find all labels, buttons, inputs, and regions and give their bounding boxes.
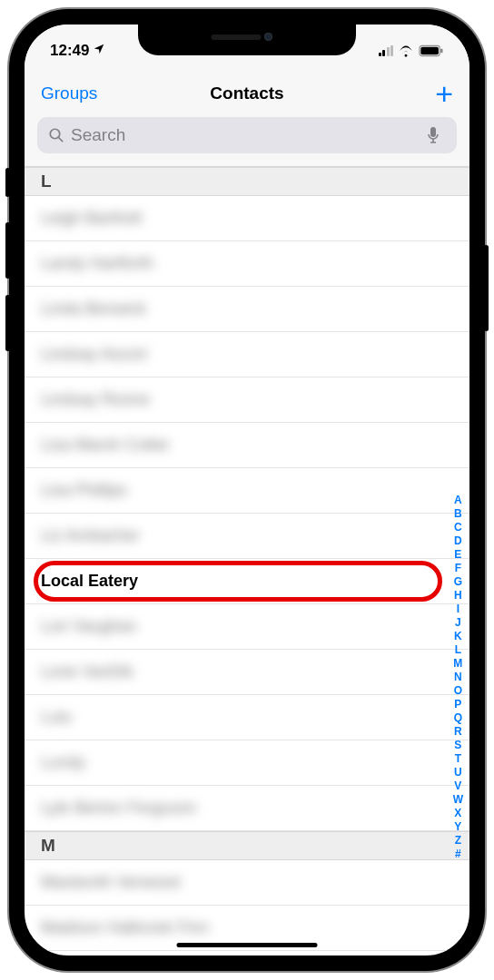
home-indicator[interactable] [177, 943, 318, 947]
contact-row[interactable]: Lyle Berton Ferguson [25, 786, 469, 831]
index-letter[interactable]: W [450, 793, 467, 807]
index-letter[interactable]: P [450, 698, 465, 711]
contact-row[interactable]: Linda Benwick [25, 287, 469, 332]
contact-name: Lundy [41, 753, 85, 772]
contact-row[interactable]: Lindsay Ascort [25, 332, 469, 377]
contact-row[interactable]: Lisa Phillips [25, 468, 469, 514]
contact-name: Lyle Berton Ferguson [41, 799, 196, 818]
contact-row[interactable]: Lori Vaughan [25, 604, 469, 650]
wifi-icon [398, 44, 414, 57]
index-letter[interactable]: # [451, 848, 465, 861]
index-letter[interactable]: U [450, 766, 466, 779]
power-button[interactable] [484, 245, 489, 331]
contact-name: Lorie VanDik [41, 662, 133, 681]
index-letter[interactable]: E [450, 548, 465, 562]
index-letter[interactable]: L [451, 643, 465, 657]
index-letter[interactable]: S [450, 739, 465, 752]
groups-button[interactable]: Groups [41, 83, 97, 103]
search-container: Search [25, 110, 469, 167]
svg-rect-1 [420, 47, 439, 54]
index-letter[interactable]: Q [450, 711, 466, 725]
screen: 12:49 Groups Contacts [23, 23, 471, 957]
contact-name: Leigh Bartholt [41, 209, 142, 228]
index-letter[interactable]: T [451, 752, 465, 766]
index-letter[interactable]: N [450, 671, 466, 684]
contact-name: Liz Ambacher [41, 526, 140, 545]
contact-name: Local Eatery [41, 572, 138, 591]
mute-switch[interactable] [5, 168, 10, 197]
contact-name: Lulu [41, 708, 72, 727]
index-letter[interactable]: G [450, 575, 466, 589]
contact-name: Linda Benwick [41, 299, 146, 318]
contact-name: Madison Halbrook Finn [41, 918, 209, 937]
cellular-signal-icon [379, 45, 394, 56]
svg-rect-2 [440, 49, 442, 54]
contact-name: Lisa Marsh Cotter [41, 436, 170, 455]
notch [138, 23, 356, 55]
section-header-L: L [25, 167, 469, 196]
index-letter[interactable]: O [450, 684, 466, 698]
index-letter[interactable]: J [451, 616, 465, 630]
index-letter[interactable]: Y [450, 820, 465, 834]
index-letter[interactable]: A [450, 494, 466, 507]
battery-icon [419, 44, 444, 57]
search-icon [48, 127, 64, 143]
contact-row[interactable]: Lulu [25, 695, 469, 740]
contact-row[interactable]: Lisa Marsh Cotter [25, 423, 469, 468]
contact-name: Lindsay Ascort [41, 345, 147, 364]
contacts-list[interactable]: L Leigh BartholtLandy HartforthLinda Ben… [25, 167, 469, 956]
contact-row[interactable]: Lorie VanDik [25, 650, 469, 695]
nav-bar: Groups Contacts + [25, 70, 469, 110]
index-letter[interactable]: X [450, 807, 465, 820]
svg-rect-5 [430, 127, 436, 137]
search-input[interactable]: Search [37, 117, 457, 153]
search-placeholder: Search [71, 125, 427, 145]
contact-row[interactable]: Lundy [25, 740, 469, 786]
contact-row[interactable]: Local Eatery [25, 559, 469, 604]
contact-name: Lisa Phillips [41, 481, 127, 500]
contact-row[interactable]: Lindsay Roone [25, 377, 469, 423]
contact-name: Lindsay Roone [41, 390, 150, 409]
contact-name: Landy Hartforth [41, 254, 153, 273]
page-title: Contacts [210, 83, 283, 103]
contact-row[interactable]: Mackenth Verwood [25, 860, 469, 906]
svg-line-4 [58, 137, 63, 142]
index-letter[interactable]: Z [451, 834, 465, 848]
index-letter[interactable]: D [450, 534, 466, 548]
status-time: 12:49 [50, 42, 89, 60]
index-letter[interactable]: V [450, 779, 465, 793]
contact-row[interactable]: Liz Ambacher [25, 514, 469, 559]
index-letter[interactable]: R [450, 725, 466, 739]
contact-row[interactable]: Landy Hartforth [25, 241, 469, 287]
dictate-icon[interactable] [427, 126, 440, 144]
location-icon [93, 42, 105, 60]
index-letter[interactable]: H [450, 589, 466, 603]
alpha-index[interactable]: ABCDEFGHIJKLMNOPQRSTUVWXYZ# [450, 494, 467, 861]
index-letter[interactable]: M [450, 657, 466, 671]
volume-up-button[interactable] [5, 222, 10, 279]
contact-name: Lori Vaughan [41, 617, 137, 636]
index-letter[interactable]: I [453, 603, 463, 616]
index-letter[interactable]: F [451, 562, 465, 575]
index-letter[interactable]: B [450, 507, 466, 521]
section-header-M: M [25, 831, 469, 860]
phone-frame: 12:49 Groups Contacts [9, 9, 485, 971]
index-letter[interactable]: K [450, 630, 466, 643]
add-contact-button[interactable]: + [435, 80, 453, 107]
index-letter[interactable]: C [450, 521, 466, 534]
contact-row[interactable]: Leigh Bartholt [25, 196, 469, 241]
contact-name: Mackenth Verwood [41, 873, 180, 892]
volume-down-button[interactable] [5, 295, 10, 351]
